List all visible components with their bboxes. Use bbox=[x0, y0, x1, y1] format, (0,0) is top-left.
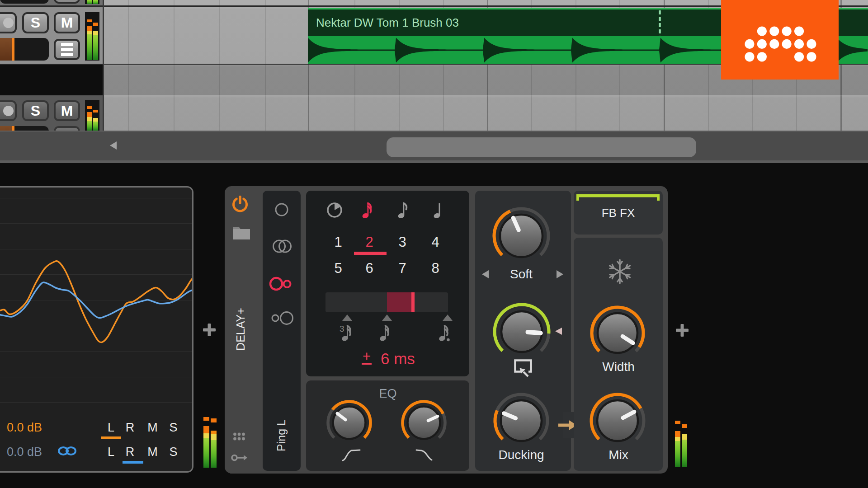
track-header[interactable]: S M bbox=[0, 95, 104, 131]
track-header[interactable] bbox=[0, 65, 104, 95]
track-menu-button[interactable] bbox=[54, 0, 80, 4]
sync-selected-underline bbox=[354, 252, 387, 255]
scrollbar-thumb[interactable] bbox=[387, 137, 696, 157]
sync-number-3[interactable]: 3 bbox=[389, 234, 416, 250]
sync-number-1[interactable]: 1 bbox=[325, 234, 352, 250]
track-menu-button[interactable] bbox=[54, 39, 80, 60]
soft-label[interactable]: Soft bbox=[510, 267, 533, 282]
fader-handle[interactable] bbox=[12, 126, 14, 131]
mode-mono-icon[interactable] bbox=[270, 202, 293, 218]
mute-label: M bbox=[61, 103, 73, 119]
channel-toggle-s-1[interactable]: S bbox=[167, 421, 180, 435]
grid-line-major bbox=[840, 65, 842, 95]
header-timeline-divider bbox=[103, 0, 104, 131]
offset-sign-glyph: + bbox=[363, 348, 371, 364]
channel-toggle-l-2[interactable]: L bbox=[104, 445, 118, 459]
record-arm-button[interactable] bbox=[0, 100, 17, 121]
solo-label: S bbox=[31, 103, 40, 119]
slider-marker-straight[interactable] bbox=[382, 314, 392, 321]
grid-line-minor bbox=[128, 0, 129, 5]
channel-toggle-l-1[interactable]: L bbox=[104, 421, 118, 435]
arranger-section: S M Nektar DW Tom 1 Brush 03 bbox=[0, 0, 868, 163]
track-row-2: S M bbox=[0, 95, 868, 131]
sync-number-5[interactable]: 5 bbox=[325, 260, 352, 277]
channel-toggle-m-2[interactable]: M bbox=[146, 445, 160, 459]
channel-toggle-r-2[interactable]: R bbox=[123, 445, 137, 459]
delay-time-slider[interactable] bbox=[326, 292, 448, 312]
power-icon[interactable] bbox=[231, 196, 249, 214]
track-menu-button[interactable] bbox=[54, 126, 80, 131]
eq-highcut-knob[interactable] bbox=[398, 397, 450, 449]
grid-line-minor bbox=[796, 95, 797, 131]
link-icon[interactable] bbox=[57, 444, 77, 459]
grid-line-major bbox=[664, 65, 665, 95]
scroll-left-arrow[interactable] bbox=[110, 141, 117, 150]
remote-controls-icon[interactable] bbox=[233, 432, 246, 442]
width-knob[interactable] bbox=[587, 302, 648, 364]
fbfx-header-panel[interactable]: FB FX bbox=[574, 191, 663, 235]
fader-handle[interactable] bbox=[12, 38, 14, 61]
offset-sign[interactable]: + bbox=[362, 351, 372, 365]
device-name[interactable]: DELAY+ bbox=[234, 293, 247, 366]
mute-button[interactable]: M bbox=[54, 12, 80, 33]
note-straight-icon[interactable] bbox=[381, 324, 393, 341]
mode-stereo-icon[interactable] bbox=[270, 239, 294, 254]
grid-line-minor bbox=[265, 7, 266, 64]
sync-number-4[interactable]: 4 bbox=[422, 234, 449, 250]
channel-toggle-r-1[interactable]: R bbox=[123, 421, 137, 435]
soft-knee-knob[interactable] bbox=[489, 204, 553, 268]
grid-line-minor bbox=[619, 95, 620, 131]
fbfx-title: FB FX bbox=[574, 206, 663, 220]
feedback-knob[interactable] bbox=[490, 300, 554, 364]
ducking-knob[interactable] bbox=[490, 389, 552, 452]
grid-line-major bbox=[487, 0, 488, 5]
sync-number-8[interactable]: 8 bbox=[422, 260, 449, 277]
track-header[interactable] bbox=[0, 0, 104, 5]
sync-number-6[interactable]: 6 bbox=[356, 260, 383, 277]
routing-icon[interactable] bbox=[231, 454, 249, 462]
sync-number-2[interactable]: 2 bbox=[356, 234, 383, 250]
channel-toggle-m-1[interactable]: M bbox=[146, 421, 160, 435]
snowflake-icon[interactable] bbox=[606, 258, 633, 285]
note-dotted-icon[interactable] bbox=[440, 324, 455, 341]
track-header[interactable]: S M bbox=[0, 7, 104, 64]
channel-toggle-s-2[interactable]: S bbox=[167, 445, 180, 459]
solo-button[interactable]: S bbox=[22, 100, 49, 121]
offset-value[interactable]: 6 ms bbox=[381, 350, 415, 368]
grid-line-minor bbox=[354, 95, 355, 131]
grid-line-major bbox=[487, 95, 488, 131]
add-device-button-left[interactable] bbox=[202, 322, 217, 338]
grid-line-major bbox=[664, 0, 665, 5]
delay-mode-value[interactable]: Ping L bbox=[275, 406, 288, 465]
device-panel-section: 0.0 dBLRMS0.0 dBLRMS DELAY+ bbox=[0, 163, 868, 488]
sync-number-7[interactable]: 7 bbox=[389, 260, 416, 277]
folder-icon[interactable] bbox=[233, 225, 250, 239]
volume-fader[interactable] bbox=[0, 38, 49, 61]
slider-marker-triplet[interactable] bbox=[342, 314, 352, 321]
eq-lowcut-knob[interactable] bbox=[323, 397, 375, 449]
slider-marker-dotted[interactable] bbox=[443, 314, 453, 321]
mix-knob[interactable] bbox=[586, 389, 649, 452]
grid-line-minor bbox=[531, 0, 532, 5]
delay-mode-panel: Ping L bbox=[263, 191, 301, 471]
mode-ping-r-icon[interactable] bbox=[270, 310, 295, 326]
note-triplet-icon[interactable]: 3 bbox=[340, 324, 355, 341]
soft-prev-arrow[interactable] bbox=[482, 270, 489, 278]
add-device-button-right[interactable] bbox=[675, 323, 690, 338]
clip-loop-marker[interactable] bbox=[658, 9, 662, 36]
grid-line-minor bbox=[265, 0, 266, 5]
volume-fader[interactable] bbox=[0, 0, 49, 4]
grid-line-minor bbox=[708, 95, 709, 131]
soft-next-arrow[interactable] bbox=[557, 270, 563, 278]
slider-value-line[interactable] bbox=[411, 292, 415, 312]
record-arm-button[interactable] bbox=[0, 12, 17, 33]
channel-gain-value-2[interactable]: 0.0 dB bbox=[7, 445, 42, 459]
mute-button[interactable]: M bbox=[54, 100, 80, 121]
solo-button[interactable]: S bbox=[22, 12, 49, 33]
volume-fader[interactable] bbox=[0, 126, 49, 131]
channel-gain-value-1[interactable]: 0.0 dB bbox=[7, 421, 42, 435]
mode-ping-l-icon[interactable] bbox=[269, 276, 294, 291]
grid-line-minor bbox=[219, 95, 220, 131]
slider-range-block bbox=[387, 292, 415, 312]
timeline-lane[interactable] bbox=[104, 95, 868, 131]
